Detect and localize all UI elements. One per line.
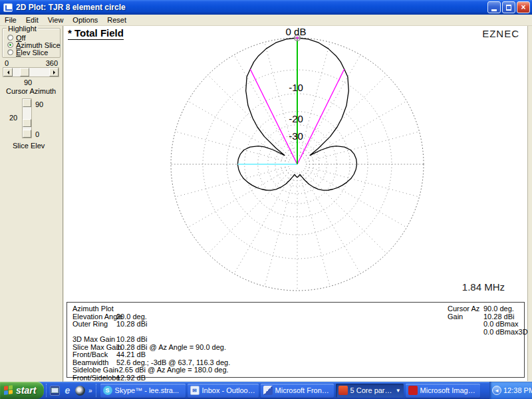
grid-spoke: [188, 101, 289, 160]
radio-button-icon[interactable]: [7, 42, 13, 48]
plot-area: 0 dB-10-20-30 * Total Field EZNEC 1.84 M…: [64, 26, 528, 381]
grid-spoke: [299, 173, 330, 287]
info-label: Sidelobe Gain: [72, 366, 116, 374]
show-desktop-icon[interactable]: [50, 386, 60, 396]
menu-reset[interactable]: Reset: [102, 15, 131, 25]
eznec-logo: EZNEC: [482, 28, 519, 39]
scroll-left-button[interactable]: [3, 68, 13, 76]
radio-elev-slice[interactable]: Elev Slice: [7, 49, 48, 56]
taskbar-button-ezcore[interactable]: 5 Core part of E...▼: [336, 384, 404, 398]
grid-spoke: [234, 55, 293, 156]
scroll-up-button[interactable]: [23, 99, 31, 107]
info-label: Cursor Az: [448, 305, 483, 313]
info-value: 0.0 dBmax: [483, 321, 519, 329]
slice-elev-scrollbar[interactable]: [22, 98, 32, 138]
info-label: 3D Max Gain: [72, 336, 116, 344]
cursor-azimuth-value: 90: [24, 78, 32, 86]
slice-elev-max-label: 90: [35, 100, 43, 108]
azimuth-max-label: 360: [46, 59, 58, 67]
radio-label: Elev Slice: [16, 49, 48, 57]
eznec-2d-plot-window: 2D Plot: TJR 8 element circle × FileEdit…: [0, 0, 532, 382]
grid-spoke: [303, 75, 386, 158]
scroll-down-button[interactable]: [23, 130, 31, 138]
hide-inactive-icons-icon[interactable]: ◂: [492, 386, 501, 395]
group-dropdown-icon[interactable]: ▼: [396, 388, 401, 394]
close-button[interactable]: ×: [517, 1, 530, 13]
title-bar[interactable]: 2D Plot: TJR 8 element circle ×: [0, 0, 532, 15]
minimize-icon: [491, 9, 497, 11]
system-tray: ◂ 12:38 PM: [489, 382, 532, 399]
taskbar-button-label: Microsoft Image C...: [420, 386, 477, 394]
slice-elev-value: 20: [9, 114, 17, 122]
highlight-group-title: Highlight: [7, 25, 38, 33]
taskbar-button-skype[interactable]: SSkype™ - lee.stra...: [100, 384, 186, 398]
ring-label: -30: [289, 130, 303, 142]
ezcore-icon: [338, 386, 348, 395]
taskbar-button-label: Microsoft FrontPa...: [275, 386, 331, 394]
taskbar-button-label: 5 Core part of E...: [350, 386, 393, 394]
restore-button[interactable]: [502, 1, 515, 13]
radio-button-icon[interactable]: [7, 49, 13, 55]
info-value: 10.28 dBi: [116, 321, 147, 329]
window-app-icon: [3, 3, 13, 12]
menu-options[interactable]: Options: [68, 15, 102, 25]
slice-elev-thumb[interactable]: [23, 119, 31, 127]
info-value: 10.28 dBi: [116, 336, 147, 344]
grid-spoke: [306, 132, 420, 162]
menu-bar: FileEditViewOptionsReset: [0, 15, 532, 26]
imagec-icon: [408, 386, 418, 395]
grid-spoke: [306, 166, 420, 197]
azimuth-min-label: 0: [5, 59, 9, 67]
menu-edit[interactable]: Edit: [21, 15, 43, 25]
grid-spoke: [299, 42, 330, 156]
radio-off[interactable]: Off: [7, 34, 25, 41]
ring-label: 0 dB: [286, 26, 307, 37]
info-label: [448, 321, 483, 329]
grid-spoke: [208, 75, 291, 158]
info-label: Gain: [448, 313, 483, 321]
cursor-stat-row: 0.0 dBmax3D: [448, 329, 528, 336]
outlook-icon: ✉: [190, 386, 200, 395]
frequency-label: 1.84 MHz: [462, 281, 505, 293]
taskbar-button-outlook[interactable]: ✉Inbox - Outlook E...: [188, 384, 259, 398]
restore-icon: [506, 5, 511, 10]
start-button[interactable]: start: [0, 382, 44, 399]
minimize-button[interactable]: [487, 1, 501, 13]
grid-spoke: [188, 169, 289, 228]
right-arrow-icon: [53, 70, 57, 74]
radio-button-icon[interactable]: [7, 35, 13, 41]
grid-spoke: [302, 55, 361, 156]
windows-flag-icon: [4, 385, 13, 396]
cursor-azimuth-thumb[interactable]: [20, 68, 29, 76]
pattern-stat-row: Outer Ring10.28 dBi: [72, 321, 230, 329]
desktop: 2D Plot: TJR 8 element circle × FileEdit…: [0, 0, 532, 399]
info-label: Front/Back: [72, 351, 116, 359]
cursor-azimuth-scrollbar[interactable]: [3, 67, 59, 77]
info-label: Outer Ring: [72, 321, 116, 329]
taskbar-button-label: Skype™ - lee.stra...: [115, 386, 180, 394]
grid-spoke: [234, 172, 293, 273]
taskbar-button-frontpage[interactable]: Microsoft FrontPa...: [261, 384, 334, 398]
grid-spoke: [175, 166, 289, 197]
pattern-stat-row: Azimuth Plot: [72, 305, 230, 313]
pattern-stat-row: Sidelobe Gain-2.65 dBi @ Az Angle = 180.…: [72, 366, 230, 374]
taskbar-button-label: Inbox - Outlook E...: [202, 386, 256, 394]
info-value: 12.92 dB: [116, 374, 146, 382]
grid-spoke: [175, 132, 289, 162]
grid-spoke: [305, 169, 406, 228]
cursor-stat-row: 0.0 dBmax: [448, 321, 528, 329]
menu-file[interactable]: File: [0, 15, 21, 25]
internet-explorer-icon[interactable]: e: [63, 386, 72, 396]
media-player-icon[interactable]: [75, 386, 85, 396]
highlight-groupbox: Highlight OffAzimuth SliceElev Slice: [2, 28, 61, 58]
quick-launch-bar: e »: [46, 384, 96, 397]
grid-spoke: [208, 170, 291, 253]
taskbar-button-imagec[interactable]: Microsoft Image C...: [406, 384, 480, 398]
grid-spoke: [305, 101, 406, 160]
radio-azimuth-slice[interactable]: Azimuth Slice: [7, 41, 61, 49]
menu-view[interactable]: View: [43, 15, 68, 25]
pattern-stat-row: 3D Max Gain10.28 dBi: [72, 336, 230, 344]
frontpage-icon: [263, 386, 273, 395]
scroll-right-button[interactable]: [49, 68, 59, 76]
quick-launch-overflow-chevron[interactable]: »: [88, 387, 92, 394]
